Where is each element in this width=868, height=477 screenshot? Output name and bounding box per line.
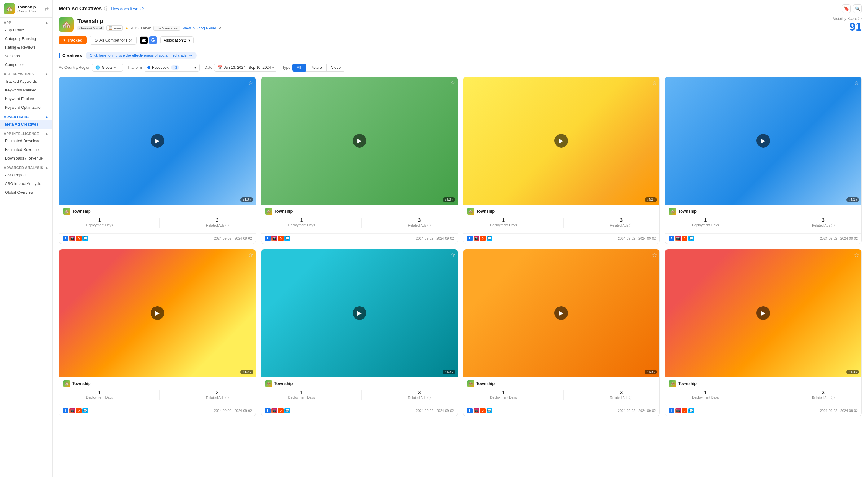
sidebar-item-versions[interactable]: Versions — [0, 52, 52, 60]
sidebar-section-app[interactable]: APP ▲ — [0, 18, 52, 26]
next-arrow-icon[interactable]: › — [452, 370, 453, 374]
play-button[interactable]: ▶ — [353, 306, 366, 320]
prev-arrow-icon[interactable]: ‹ — [848, 370, 849, 374]
related-ads-value: 3 — [812, 390, 835, 395]
bookmark-star-icon[interactable]: ☆ — [652, 79, 657, 86]
sidebar-item-rating-reviews[interactable]: Rating & Reviews — [0, 43, 52, 52]
related-help-icon[interactable]: ⓘ — [225, 395, 229, 400]
prev-arrow-icon[interactable]: ‹ — [445, 198, 445, 202]
country-select[interactable]: 🌐 Global ▾ — [92, 63, 123, 71]
deployment-days-value: 1 — [288, 390, 315, 395]
play-button[interactable]: ▶ — [353, 134, 366, 148]
apple-platform-icon[interactable] — [140, 36, 148, 44]
next-arrow-icon[interactable]: › — [250, 198, 251, 202]
play-button[interactable]: ▶ — [151, 134, 164, 148]
ad-stats: 1 Deployment Days 3 Related Ads ⓘ — [467, 390, 656, 400]
prev-arrow-icon[interactable]: ‹ — [243, 370, 244, 374]
related-help-icon[interactable]: ⓘ — [427, 395, 431, 400]
sidebar-item-global-overview[interactable]: Global Overview — [0, 188, 52, 197]
next-arrow-icon[interactable]: › — [654, 370, 655, 374]
platform-select[interactable]: Facebook +3 ▾ — [144, 63, 199, 71]
related-help-icon[interactable]: ⓘ — [629, 395, 632, 400]
related-ads-label: Related Ads ⓘ — [206, 223, 229, 228]
sidebar-item-aso-impact-analysis[interactable]: ASO Impact Analysis — [0, 179, 52, 188]
ad-date: 2024-09-02 - 2024-09-02 — [214, 237, 252, 240]
play-button[interactable]: ▶ — [151, 306, 164, 320]
sidebar-item-tracked-keywords[interactable]: Tracked Keywords — [0, 77, 52, 86]
shuffle-icon[interactable]: ⇄ — [44, 6, 49, 12]
sidebar-item-category-ranking[interactable]: Category Ranking — [0, 34, 52, 43]
bookmark-star-icon[interactable]: ☆ — [248, 79, 253, 86]
ad-thumbnail[interactable]: ▶ ☆ ‹ 1/3 › — [463, 77, 660, 205]
play-button[interactable]: ▶ — [756, 134, 770, 148]
sidebar-item-estimated-revenue[interactable]: Estimated Revenue — [0, 145, 52, 154]
type-btn-video[interactable]: Video — [327, 63, 345, 71]
search-icon-btn[interactable]: 🔍 — [853, 4, 862, 13]
how-does-it-work-link[interactable]: How does it work? — [111, 6, 144, 11]
ad-thumbnail[interactable]: ▶ ☆ ‹ 1/3 › — [261, 77, 458, 205]
quora-icon: Q — [682, 236, 687, 241]
competitor-button[interactable]: ⊙ As Competitor For — [90, 36, 137, 44]
ad-body: 🏘️ Township 1 Deployment Days 3 Related … — [59, 205, 256, 233]
ad-thumbnail[interactable]: ▶ ☆ ‹ 1/3 › — [665, 77, 862, 205]
help-icon[interactable]: ⓘ — [104, 6, 108, 11]
next-arrow-icon[interactable]: › — [452, 198, 453, 202]
sidebar-section-aso[interactable]: ASO Keywords ▲ — [0, 69, 52, 77]
ad-thumbnail[interactable]: ▶ ☆ ‹ 1/3 › — [59, 249, 256, 377]
ad-stats: 1 Deployment Days 3 Related Ads ⓘ — [669, 217, 858, 228]
bookmark-star-icon[interactable]: ☆ — [450, 252, 455, 259]
view-in-google-play-link[interactable]: View in Google Play — [183, 26, 216, 30]
next-arrow-icon[interactable]: › — [250, 370, 251, 374]
sidebar-item-estimated-downloads[interactable]: Estimated Downloads — [0, 137, 52, 145]
prev-arrow-icon[interactable]: ‹ — [848, 198, 849, 202]
type-btn-picture[interactable]: Picture — [306, 63, 326, 71]
ad-body: 🏘️ Township 1 Deployment Days 3 Related … — [261, 377, 458, 406]
stat-divider — [361, 390, 362, 400]
next-arrow-icon[interactable]: › — [654, 198, 655, 202]
related-help-icon[interactable]: ⓘ — [225, 223, 229, 228]
ad-thumbnail[interactable]: ▶ ☆ ‹ 1/3 › — [665, 249, 862, 377]
bookmark-star-icon[interactable]: ☆ — [854, 252, 859, 259]
sidebar-item-keywords-ranked[interactable]: Keywords Ranked — [0, 86, 52, 94]
prev-arrow-icon[interactable]: ‹ — [445, 370, 445, 374]
prev-arrow-icon[interactable]: ‹ — [647, 198, 648, 202]
sidebar-section-advanced[interactable]: Advanced Analysis ▲ — [0, 163, 52, 171]
prev-arrow-icon[interactable]: ‹ — [243, 198, 244, 202]
next-arrow-icon[interactable]: › — [856, 370, 857, 374]
sidebar-item-app-profile[interactable]: App Profile — [0, 26, 52, 34]
bookmark-star-icon[interactable]: ☆ — [450, 79, 455, 86]
tracked-button[interactable]: ♥ Tracked — [59, 36, 87, 44]
sidebar-item-competitor[interactable]: Competitor — [0, 60, 52, 69]
bookmark-star-icon[interactable]: ☆ — [248, 252, 253, 259]
bookmark-star-icon[interactable]: ☆ — [854, 79, 859, 86]
related-help-icon[interactable]: ⓘ — [831, 395, 835, 400]
play-button[interactable]: ▶ — [554, 134, 568, 148]
ad-thumbnail[interactable]: ▶ ☆ ‹ 1/3 › — [261, 249, 458, 377]
sidebar-item-keyword-optimization[interactable]: Keyword Optimization — [0, 103, 52, 112]
next-arrow-icon[interactable]: › — [856, 198, 857, 202]
cta-banner[interactable]: Click here to improve the effectiveness … — [86, 52, 197, 59]
association-button[interactable]: Association(2) ▾ — [160, 36, 194, 44]
prev-arrow-icon[interactable]: ‹ — [647, 370, 648, 374]
sidebar-item-meta-ad-creatives[interactable]: Meta Ad Creatives — [0, 120, 52, 129]
ad-thumbnail[interactable]: ▶ ☆ ‹ 1/3 › — [463, 249, 660, 377]
play-button[interactable]: ▶ — [756, 306, 770, 320]
bookmark-star-icon[interactable]: ☆ — [652, 252, 657, 259]
visibility-help-icon[interactable]: ⓘ — [858, 17, 862, 21]
play-button[interactable]: ▶ — [554, 306, 568, 320]
google-platform-icon[interactable] — [149, 36, 157, 44]
date-select[interactable]: 📅 Jun 13, 2024 - Sep 10, 2024 ▾ — [214, 63, 277, 71]
sidebar-item-downloads-revenue[interactable]: Downloads / Revenue — [0, 154, 52, 163]
related-help-icon[interactable]: ⓘ — [427, 223, 431, 228]
sidebar-section-app-intelligence[interactable]: App Intelligence ▲ — [0, 129, 52, 137]
sidebar-item-keyword-explore[interactable]: Keyword Explore — [0, 94, 52, 103]
sidebar-section-advertising[interactable]: Advertising ▲ — [0, 112, 52, 120]
ad-thumbnail[interactable]: ▶ ☆ ‹ 1/3 › — [59, 77, 256, 205]
type-btn-all[interactable]: All — [292, 63, 306, 71]
sidebar-item-aso-report[interactable]: ASO Report — [0, 171, 52, 179]
stat-divider — [159, 390, 160, 400]
instagram-icon: 📷 — [69, 236, 75, 241]
related-help-icon[interactable]: ⓘ — [629, 223, 632, 228]
bookmark-icon-btn[interactable]: 🔖 — [842, 4, 850, 13]
related-help-icon[interactable]: ⓘ — [831, 223, 835, 228]
